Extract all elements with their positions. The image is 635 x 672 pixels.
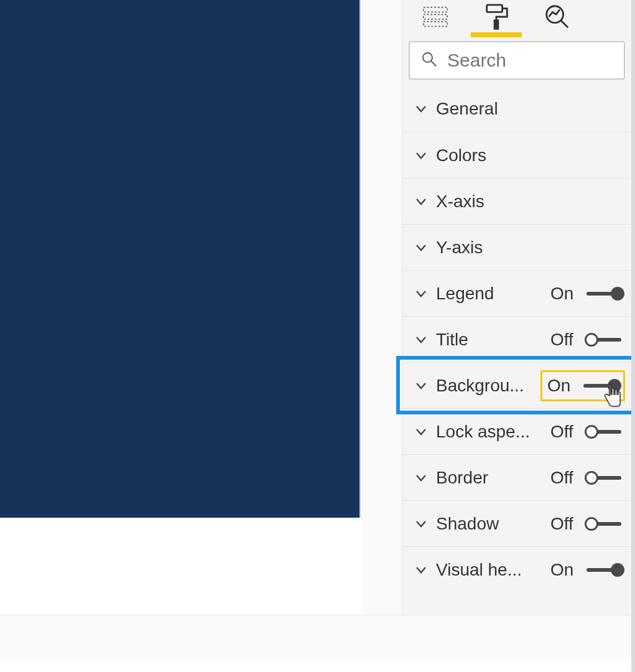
report-canvas[interactable] bbox=[0, 0, 361, 518]
analytics-icon bbox=[543, 2, 572, 34]
toggle-shadow[interactable] bbox=[586, 518, 621, 530]
section-border[interactable]: Border Off bbox=[402, 454, 631, 500]
toggle-border-group: Off bbox=[547, 465, 625, 490]
toggle-state-text: Off bbox=[550, 422, 580, 442]
chevron-down-icon bbox=[412, 193, 430, 210]
toggle-title[interactable] bbox=[586, 334, 621, 346]
section-shadow[interactable]: Shadow Off bbox=[402, 500, 631, 546]
chevron-down-icon bbox=[412, 239, 430, 256]
active-tab-underline bbox=[471, 32, 522, 37]
svg-rect-4 bbox=[494, 21, 498, 29]
search-input[interactable] bbox=[447, 50, 614, 71]
section-visual-header[interactable]: Visual he... On bbox=[402, 546, 631, 592]
svg-point-7 bbox=[423, 53, 432, 62]
toggle-border[interactable] bbox=[586, 472, 621, 484]
section-label: Shadow bbox=[436, 514, 542, 534]
bottom-strip bbox=[0, 615, 635, 660]
toggle-legend[interactable] bbox=[586, 287, 621, 300]
tab-analytics[interactable] bbox=[540, 1, 574, 35]
chevron-down-icon bbox=[412, 515, 430, 533]
right-edge bbox=[631, 0, 635, 672]
svg-line-8 bbox=[431, 61, 436, 66]
svg-line-6 bbox=[561, 21, 568, 28]
section-background[interactable]: Backgrou... On bbox=[402, 362, 631, 408]
svg-rect-1 bbox=[424, 14, 447, 19]
panel-tabs bbox=[402, 0, 631, 36]
toggle-state-text: On bbox=[547, 376, 577, 396]
tab-format[interactable] bbox=[480, 1, 513, 35]
format-sections-list: General Colors X-axis Y-axis bbox=[402, 86, 631, 592]
chevron-down-icon bbox=[412, 331, 430, 348]
section-label: General bbox=[436, 99, 542, 119]
toggle-state-text: Off bbox=[550, 330, 580, 350]
toggle-background[interactable] bbox=[583, 380, 618, 392]
app-root: General Colors X-axis Y-axis bbox=[0, 0, 635, 672]
toggle-shadow-group: Off bbox=[547, 511, 625, 536]
section-title[interactable]: Title Off bbox=[402, 316, 631, 362]
toggle-state-text: Off bbox=[550, 468, 580, 488]
svg-rect-3 bbox=[487, 5, 503, 12]
svg-rect-0 bbox=[424, 7, 447, 12]
toggle-visual-header[interactable] bbox=[586, 564, 621, 576]
toggle-lock-aspect-group: Off bbox=[547, 419, 625, 444]
search-icon bbox=[420, 50, 438, 71]
section-label: X-axis bbox=[436, 192, 542, 212]
chevron-down-icon bbox=[412, 561, 430, 579]
canvas-below-whitespace bbox=[0, 518, 361, 615]
section-general[interactable]: General bbox=[402, 86, 631, 132]
tab-fields[interactable] bbox=[419, 1, 452, 35]
section-label: Border bbox=[436, 468, 542, 488]
section-label: Title bbox=[436, 330, 542, 350]
section-label: Lock aspe... bbox=[436, 422, 542, 442]
toggle-title-group: Off bbox=[547, 327, 625, 352]
panel-gutter bbox=[361, 0, 402, 615]
fields-icon bbox=[421, 2, 450, 34]
section-colors[interactable]: Colors bbox=[402, 132, 631, 178]
paint-roller-icon bbox=[482, 2, 511, 34]
chevron-down-icon bbox=[412, 147, 430, 164]
toggle-background-group: On bbox=[540, 370, 625, 401]
section-lock-aspect[interactable]: Lock aspe... Off bbox=[402, 408, 631, 454]
chevron-down-icon bbox=[412, 377, 430, 394]
section-x-axis[interactable]: X-axis bbox=[402, 178, 631, 224]
search-box[interactable] bbox=[409, 41, 625, 80]
chevron-down-icon bbox=[412, 285, 430, 302]
section-label: Backgrou... bbox=[436, 376, 540, 396]
section-label: Visual he... bbox=[436, 560, 542, 580]
visualizations-format-panel: General Colors X-axis Y-axis bbox=[402, 0, 631, 615]
section-label: Legend bbox=[436, 284, 542, 304]
section-legend[interactable]: Legend On bbox=[402, 270, 631, 316]
section-y-axis[interactable]: Y-axis bbox=[402, 224, 631, 270]
svg-rect-2 bbox=[424, 22, 447, 27]
section-label: Colors bbox=[436, 146, 542, 166]
toggle-state-text: Off bbox=[550, 514, 580, 534]
chevron-down-icon bbox=[412, 100, 430, 118]
toggle-legend-group: On bbox=[547, 281, 625, 306]
search-container bbox=[402, 36, 631, 86]
section-label: Y-axis bbox=[436, 238, 542, 258]
chevron-down-icon bbox=[412, 469, 430, 487]
toggle-visual-header-group: On bbox=[547, 558, 625, 582]
toggle-state-text: On bbox=[550, 284, 580, 304]
toggle-state-text: On bbox=[550, 560, 580, 580]
chevron-down-icon bbox=[412, 423, 430, 441]
toggle-lock-aspect[interactable] bbox=[586, 426, 621, 438]
